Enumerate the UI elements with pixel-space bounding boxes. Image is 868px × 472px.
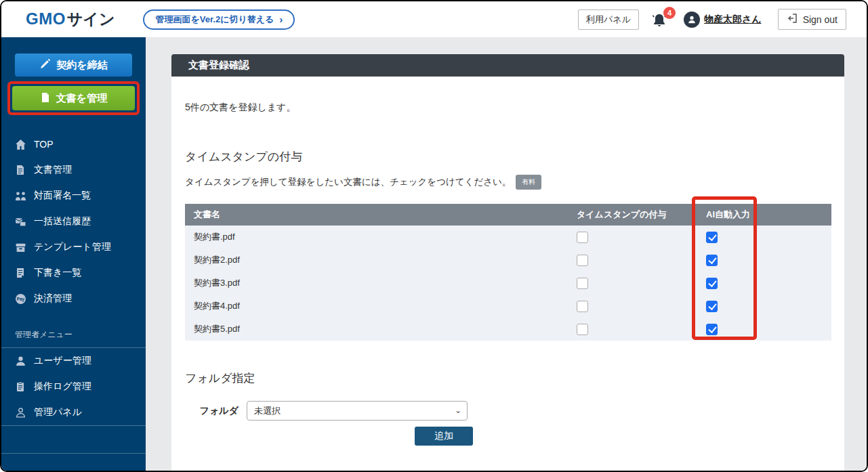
sidebar-item-label: 操作ログ管理 — [34, 381, 91, 393]
ai-autofill-checkbox[interactable] — [706, 278, 718, 289]
sidebar-item-draft-list[interactable]: 下書き一覧 — [1, 260, 146, 286]
signout-icon — [787, 13, 798, 26]
bulk-send-icon — [15, 216, 26, 228]
manage-documents-label: 文書を管理 — [56, 92, 107, 105]
add-row: 追加 — [190, 427, 473, 446]
usage-panel-button[interactable]: 利用パネル — [578, 9, 639, 30]
sidebar-item-operation-log[interactable]: 操作ログ管理 — [1, 374, 146, 400]
top-bar: GMO サイン 管理画面をVer.2に切り替える › 利用パネル 4 物産太郎さ… — [1, 1, 867, 37]
avatar-icon — [684, 12, 700, 28]
sidebar-item-bulk-send-history[interactable]: 一括送信履歴 — [1, 209, 146, 234]
sidebar-item-label: 管理パネル — [34, 406, 82, 419]
content-area: 契約を締結 文書を管理 TOP — [1, 37, 867, 471]
user-name: 物産太郎さん — [704, 14, 762, 26]
timestamp-checkbox[interactable] — [577, 278, 588, 289]
column-header-timestamp: タイムスタンプの付与 — [569, 209, 698, 221]
sidebar-item-user-management[interactable]: ユーザー管理 — [1, 348, 146, 374]
ai-autofill-checkbox[interactable] — [706, 324, 718, 335]
conclude-contract-label: 契約を締結 — [56, 59, 107, 72]
paid-badge: 有料 — [516, 175, 541, 190]
table-row: 契約書3.pdf — [185, 272, 831, 295]
sidebar-item-label: テンプレート管理 — [34, 241, 111, 253]
document-name: 契約書2.pdf — [185, 254, 569, 266]
sidebar-nav: TOP 文書管理 対面署名一覧 — [1, 131, 146, 312]
people-icon — [15, 190, 26, 202]
user-icon — [15, 356, 26, 367]
timestamp-description-text: タイムスタンプを押して登録をしたい文書には、チェックをつけてください。 — [185, 176, 511, 188]
admin-panel-icon — [15, 407, 26, 419]
sidebar-item-top[interactable]: TOP — [1, 131, 146, 157]
sidebar-item-label: ユーザー管理 — [34, 355, 91, 367]
draft-icon — [15, 267, 26, 279]
table-row: 契約書4.pdf — [185, 295, 831, 318]
signout-button[interactable]: Sign out — [778, 9, 846, 30]
ai-autofill-checkbox[interactable] — [706, 301, 718, 312]
column-header-document-name: 文書名 — [185, 209, 569, 221]
column-header-ai-autofill: AI自動入力 — [698, 209, 831, 221]
app-window: GMO サイン 管理画面をVer.2に切り替える › 利用パネル 4 物産太郎さ… — [0, 0, 868, 472]
sidebar-item-label: TOP — [34, 139, 54, 150]
table-header-row: 文書名 タイムスタンプの付与 AI自動入力 — [185, 204, 831, 226]
sidebar-item-document-management[interactable]: 文書管理 — [1, 157, 146, 183]
manage-documents-button[interactable]: 文書を管理 — [12, 86, 135, 110]
document-name: 契約書4.pdf — [185, 300, 569, 312]
sidebar-item-label: 文書管理 — [34, 164, 72, 176]
sidebar: 契約を締結 文書を管理 TOP — [1, 37, 146, 471]
svg-text:Pay: Pay — [17, 297, 25, 302]
top-bar-right: 利用パネル 4 物産太郎さん Sign out — [578, 9, 846, 30]
panel-body: 5件の文書を登録します。 タイムスタンプの付与 タイムスタンプを押して登録をした… — [171, 77, 844, 446]
timestamp-section-heading: タイムスタンプの付与 — [185, 149, 831, 165]
timestamp-checkbox[interactable] — [577, 324, 588, 335]
sidebar-divider — [1, 453, 146, 454]
sidebar-item-label: 下書き一覧 — [34, 267, 81, 279]
conclude-contract-button[interactable]: 契約を締結 — [15, 53, 132, 77]
folder-select[interactable]: 未選択 — [247, 401, 468, 421]
switch-ver2-label: 管理画面をVer.2に切り替える — [155, 14, 274, 26]
main-area: 文書登録確認 5件の文書を登録します。 タイムスタンプの付与 タイムスタンプを押… — [146, 37, 867, 471]
folder-row: フォルダ 未選択 ⌄ — [190, 401, 831, 421]
document-name: 契約書3.pdf — [185, 277, 569, 289]
ai-autofill-checkbox[interactable] — [706, 232, 718, 243]
document-icon — [15, 165, 26, 176]
sidebar-item-in-person-signatures[interactable]: 対面署名一覧 — [1, 183, 146, 209]
document-registration-panel: 文書登録確認 5件の文書を登録します。 タイムスタンプの付与 タイムスタンプを押… — [171, 54, 844, 471]
admin-menu-label: 管理者メニュー — [15, 329, 146, 341]
logo-gmo-text: GMO — [26, 9, 66, 28]
sidebar-item-payment-management[interactable]: Pay 決済管理 — [1, 286, 146, 312]
user-menu[interactable]: 物産太郎さん — [684, 12, 762, 28]
signout-label: Sign out — [803, 14, 838, 25]
table-row: 契約書2.pdf — [185, 249, 831, 272]
gmo-sign-logo[interactable]: GMO サイン — [26, 9, 115, 30]
timestamp-section-description: タイムスタンプを押して登録をしたい文書には、チェックをつけてください。 有料 — [185, 175, 831, 190]
documents-table: 文書名 タイムスタンプの付与 AI自動入力 契約書.pdf 契約書2.pdf — [185, 204, 831, 341]
sidebar-item-label: 決済管理 — [34, 293, 72, 305]
timestamp-checkbox[interactable] — [577, 301, 588, 312]
sidebar-item-label: 一括送信履歴 — [34, 215, 91, 228]
document-name: 契約書.pdf — [185, 231, 569, 243]
timestamp-checkbox[interactable] — [577, 232, 588, 243]
notification-bell[interactable]: 4 — [651, 9, 671, 30]
sidebar-admin-nav: ユーザー管理 操作ログ管理 管理パネル — [1, 348, 146, 425]
sidebar-item-label: 対面署名一覧 — [34, 190, 91, 202]
chevron-right-icon: › — [279, 14, 283, 25]
page-title-bar: 文書登録確認 — [171, 54, 844, 77]
annotation-highlight-manage-documents: 文書を管理 — [7, 81, 140, 115]
timestamp-checkbox[interactable] — [577, 255, 588, 266]
sidebar-spacer — [1, 426, 146, 453]
switch-ver2-button[interactable]: 管理画面をVer.2に切り替える › — [143, 9, 295, 30]
document-icon — [40, 92, 51, 105]
logo-sign-text: サイン — [67, 9, 115, 30]
ai-autofill-checkbox[interactable] — [706, 255, 718, 266]
folder-section-heading: フォルダ指定 — [185, 370, 831, 386]
notification-badge: 4 — [663, 7, 676, 19]
payment-icon: Pay — [15, 293, 26, 305]
add-button[interactable]: 追加 — [415, 427, 473, 446]
sidebar-item-template-management[interactable]: テンプレート管理 — [1, 234, 146, 260]
sidebar-item-admin-panel[interactable]: 管理パネル — [1, 400, 146, 425]
document-name: 契約書5.pdf — [185, 323, 569, 335]
home-icon — [15, 139, 26, 150]
folder-label: フォルダ — [190, 405, 239, 417]
page-title: 文書登録確認 — [188, 59, 249, 72]
log-icon — [15, 381, 26, 393]
pen-sign-icon — [39, 58, 51, 72]
